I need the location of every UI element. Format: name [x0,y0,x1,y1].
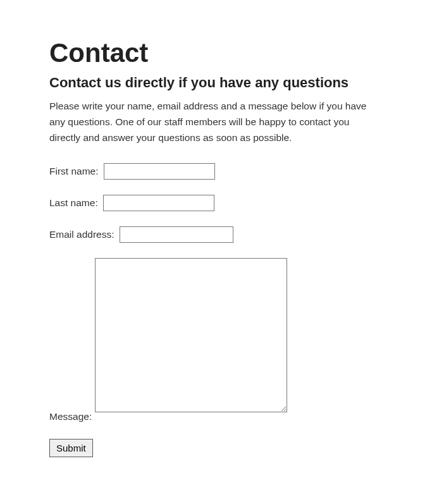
last-name-input[interactable] [103,195,214,211]
submit-button[interactable]: Submit [49,439,93,457]
contact-section: Contact Contact us directly if you have … [0,0,432,482]
page-title: Contact [49,38,383,68]
email-input[interactable] [120,226,233,243]
first-name-input[interactable] [104,163,215,180]
last-name-label: Last name: [49,197,98,208]
message-label: Message: [49,411,383,422]
first-name-row: First name: [49,163,383,180]
last-name-row: Last name: [49,195,383,211]
message-textarea[interactable] [95,258,287,412]
email-row: Email address: [49,226,383,243]
intro-text: Please write your name, email address an… [49,99,378,145]
page-subtitle: Contact us directly if you have any ques… [49,75,383,91]
message-row: Message: [49,258,383,422]
email-label: Email address: [49,229,114,240]
first-name-label: First name: [49,166,99,176]
